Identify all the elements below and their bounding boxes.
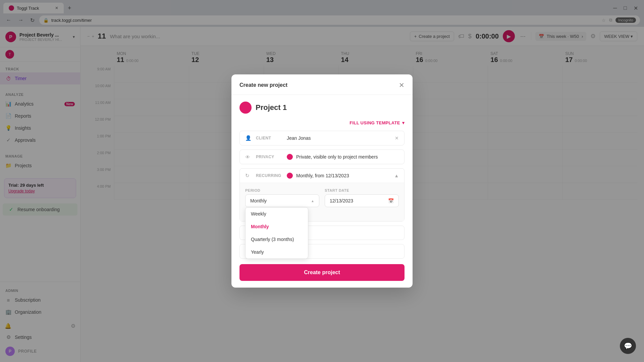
client-icon: 👤 [245, 135, 252, 141]
client-name: Jean Jonas [287, 135, 311, 141]
modal-title: Create new project [239, 82, 287, 88]
client-field-row: 👤 CLIENT Jean Jonas ✕ [239, 131, 405, 145]
create-project-button[interactable]: Create project [239, 264, 405, 281]
fill-template-label: FILL USING TEMPLATE [350, 120, 400, 125]
privacy-field-row: 👁 PRIVACY Private, visible only to proje… [239, 149, 405, 164]
recurring-value-row: Monthly, from 12/13/2023 [287, 173, 390, 179]
recurring-icon: ↻ [245, 173, 252, 179]
recurring-body: PERIOD Monthly ▲ Weekly [240, 183, 404, 221]
dropdown-item-weekly[interactable]: Weekly [246, 207, 308, 220]
period-dropdown: Weekly Monthly Quarterly (3 months) [245, 207, 308, 259]
client-label: CLIENT [256, 136, 283, 140]
start-date-col: START DATE 12/13/2023 📅 [325, 188, 399, 207]
modal-backdrop[interactable]: Create new project ✕ Project 1 FILL USIN… [0, 0, 644, 362]
modal-body: Project 1 FILL USING TEMPLATE ▾ 👤 CLIENT… [231, 95, 413, 288]
modal-close-button[interactable]: ✕ [399, 81, 405, 89]
period-select-chevron-icon: ▲ [311, 199, 314, 203]
start-date-col-label: START DATE [325, 188, 399, 192]
period-col: PERIOD Monthly ▲ Weekly [245, 188, 319, 207]
monthly-option: Monthly [251, 224, 269, 229]
recurring-label: RECURRING [256, 173, 283, 178]
start-date-input[interactable]: 12/13/2023 📅 [325, 194, 399, 207]
period-col-label: PERIOD [245, 188, 319, 192]
project-color-dot[interactable] [239, 102, 252, 114]
modal-header: Create new project ✕ [231, 74, 413, 95]
dropdown-item-quarterly[interactable]: Quarterly (3 months) [246, 233, 308, 246]
privacy-toggle[interactable] [287, 154, 293, 160]
project-name-text[interactable]: Project 1 [256, 103, 287, 112]
fill-template-row: FILL USING TEMPLATE ▾ [239, 120, 405, 125]
create-project-modal: Create new project ✕ Project 1 FILL USIN… [231, 74, 413, 288]
period-select-wrapper: Monthly ▲ Weekly Monthly [245, 194, 319, 207]
weekly-option: Weekly [251, 211, 266, 217]
privacy-label: PRIVACY [256, 155, 283, 159]
quarterly-option: Quarterly (3 months) [251, 237, 294, 242]
privacy-value: Private, visible only to project members [287, 154, 399, 160]
dropdown-item-yearly[interactable]: Yearly [246, 246, 308, 258]
yearly-option: Yearly [251, 249, 264, 255]
recurring-text: Monthly, from 12/13/2023 [296, 173, 349, 178]
project-name-row: Project 1 [239, 102, 405, 114]
period-start-row: PERIOD Monthly ▲ Weekly [245, 188, 399, 207]
recurring-chevron-icon[interactable]: ▲ [394, 173, 399, 178]
fill-template-chevron-icon: ▾ [402, 120, 405, 125]
start-date-value: 12/13/2023 [330, 198, 353, 203]
privacy-icon: 👁 [245, 154, 252, 160]
dropdown-item-monthly[interactable]: Monthly [246, 220, 308, 233]
fill-template-button[interactable]: FILL USING TEMPLATE ▾ [350, 120, 405, 125]
chat-button[interactable]: 💬 [620, 338, 636, 354]
calendar-date-icon: 📅 [388, 198, 394, 203]
create-btn-label: Create project [304, 269, 340, 275]
period-select-value: Monthly [250, 198, 267, 203]
recurring-toggle[interactable] [287, 173, 293, 179]
recurring-header: ↻ RECURRING Monthly, from 12/13/2023 ▲ [240, 169, 404, 183]
client-clear-button[interactable]: ✕ [395, 135, 399, 141]
period-select[interactable]: Monthly ▲ [245, 194, 319, 207]
client-value: Jean Jonas ✕ [287, 135, 399, 141]
privacy-text: Private, visible only to project members [296, 154, 378, 160]
recurring-section: ↻ RECURRING Monthly, from 12/13/2023 ▲ P… [239, 168, 405, 222]
